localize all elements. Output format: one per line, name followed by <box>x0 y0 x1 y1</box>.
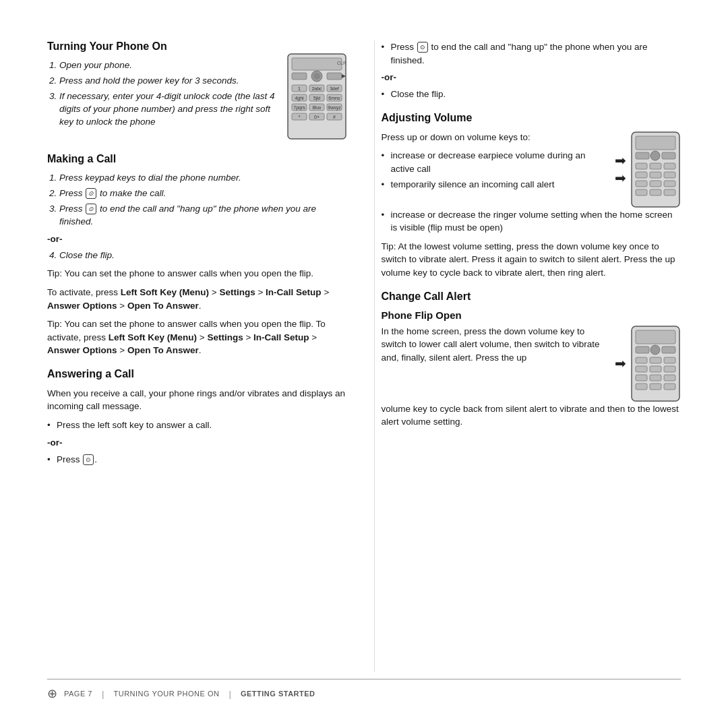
section-answering-call: Answering a Call When you receive a call… <box>47 368 347 466</box>
left-column: Turning Your Phone On Open your phone. P… <box>47 40 354 672</box>
svg-rect-44 <box>650 181 661 187</box>
section-adjusting-volume: Adjusting Volume Press up or down on vol… <box>382 112 681 280</box>
svg-point-35 <box>650 151 660 160</box>
heading-answering-call: Answering a Call <box>47 368 347 380</box>
activate-settings: Settings <box>219 287 255 297</box>
svg-rect-38 <box>650 163 661 169</box>
side-phone-wrap-2: ➡ <box>615 325 681 402</box>
svg-text:3def: 3def <box>330 86 339 91</box>
page: Turning Your Phone On Open your phone. P… <box>0 0 728 728</box>
right-column: Press ⊙ to end the call and "hang up" th… <box>374 40 681 672</box>
activate-answer: Answer Options <box>47 301 117 311</box>
svg-rect-62 <box>664 375 675 381</box>
side-phone-wrap-1: ➡ ➡ <box>615 131 681 208</box>
footer-section-bottom: GETTING STARTED <box>241 690 315 698</box>
svg-rect-56 <box>664 357 675 363</box>
section-turning-on: Turning Your Phone On Open your phone. P… <box>47 40 347 142</box>
svg-rect-48 <box>664 189 675 195</box>
section-change-call-alert: Change Call Alert Phone Flip Open In the… <box>382 291 681 429</box>
heading-turning-on: Turning Your Phone On <box>47 40 347 53</box>
step-2: Press and hold the power key for 3 secon… <box>59 75 280 88</box>
footer-sep-1: | <box>102 689 104 699</box>
svg-rect-65 <box>664 384 675 390</box>
section-making-call: Making a Call Press keypad keys to dial … <box>47 153 347 357</box>
svg-text:#: # <box>333 115 336 119</box>
right-making-bullets: Press ⊙ to end the call and "hang up" th… <box>382 40 681 67</box>
heading-change-call-alert: Change Call Alert <box>382 291 681 303</box>
making-step-1: Press keypad keys to dial the phone numb… <box>59 172 347 185</box>
adjust-bullet-2: temporarily silence an incoming call ale… <box>382 178 610 191</box>
svg-text:CLR: CLR <box>336 61 346 65</box>
or-label-3: -or- <box>382 72 681 82</box>
step-3: If necessary, enter your 4-digit unlock … <box>59 90 280 129</box>
adjusting-intro: Press up or down on volume keys to: <box>382 131 610 144</box>
send-icon: ⊙ <box>86 188 96 199</box>
svg-rect-60 <box>636 375 647 381</box>
adjusting-bullets2: increase or decrease the ringer volume s… <box>382 208 681 235</box>
making-call-steps: Press keypad keys to dial the phone numb… <box>59 172 347 229</box>
svg-text:*: * <box>298 115 300 119</box>
flip-phone-image: ➡ <box>615 325 681 402</box>
tip2-settings: Settings <box>207 332 243 342</box>
svg-rect-40 <box>636 172 647 178</box>
tip-1: Tip: You can set the phone to answer cal… <box>47 267 347 280</box>
svg-text:4ghi: 4ghi <box>295 96 304 101</box>
or-label-1: -or- <box>47 234 347 244</box>
volume-phone-image: ➡ ➡ <box>615 131 681 208</box>
heading-adjusting-volume: Adjusting Volume <box>382 112 681 124</box>
tip2-open: Open To Answer <box>127 345 199 355</box>
step-3-text: If necessary, enter your 4-digit unlock … <box>59 91 274 127</box>
svg-rect-36 <box>662 152 675 159</box>
svg-rect-59 <box>664 366 675 372</box>
tip-2: Tip: You can set the phone to answer cal… <box>47 317 347 357</box>
answering-bullets: Press the left soft key to answer a call… <box>47 419 347 432</box>
heading-making-call: Making a Call <box>47 153 347 165</box>
svg-rect-57 <box>636 366 647 372</box>
flip-open-text2: volume key to cycle back from silent ale… <box>382 402 681 429</box>
svg-rect-63 <box>636 384 647 390</box>
making-step-4: Close the flip. <box>59 249 347 262</box>
right-making-bullet-2: Close the flip. <box>382 88 681 101</box>
svg-rect-45 <box>664 181 675 187</box>
svg-rect-55 <box>650 357 661 363</box>
adjusting-bullets: increase or decrease earpiece volume dur… <box>382 149 610 191</box>
activate-text: To activate, press Left Soft Key (Menu) … <box>47 286 347 312</box>
footer-page: PAGE 7 <box>64 690 92 698</box>
svg-rect-46 <box>636 189 647 195</box>
adjust-bullet-3: increase or decrease the ringer volume s… <box>382 208 681 235</box>
answering-bullet-1: Press the left soft key to answer a call… <box>47 419 347 432</box>
making-step-2: Press ⊙ to make the call. <box>59 187 347 200</box>
making-step-3: Press ⊙ to end the call and "hang up" th… <box>59 203 347 229</box>
svg-rect-39 <box>664 163 675 169</box>
svg-rect-51 <box>636 346 649 353</box>
footer-page-label: PAGE <box>64 690 86 698</box>
adjust-bullet-1: increase or decrease earpiece volume dur… <box>382 149 610 175</box>
svg-text:0+: 0+ <box>314 115 320 119</box>
svg-rect-61 <box>650 375 661 381</box>
footer-section-top: TURNING YOUR PHONE ON <box>113 690 219 698</box>
svg-rect-53 <box>662 346 675 353</box>
svg-text:7pqrs: 7pqrs <box>293 105 305 111</box>
press-end-icon: ⊙ <box>417 42 428 53</box>
svg-rect-54 <box>636 357 647 363</box>
content-area: Turning Your Phone On Open your phone. P… <box>47 40 681 672</box>
arrow-right-2: ➡ <box>615 357 626 370</box>
tip2-incall: In-Call Setup <box>253 332 309 342</box>
svg-point-52 <box>650 345 660 355</box>
activate-incall: In-Call Setup <box>266 287 322 297</box>
footer-page-number: 7 <box>88 690 92 698</box>
section-making-call-cont: Press ⊙ to end the call and "hang up" th… <box>382 40 681 101</box>
tip2-lsk: Left Soft Key (Menu) <box>109 332 197 342</box>
end-icon: ⊙ <box>86 204 96 214</box>
svg-text:6mno: 6mno <box>328 96 340 100</box>
flip-open-text1: In the home screen, press the down volum… <box>382 325 610 365</box>
svg-rect-2 <box>292 73 307 80</box>
right-making-bullets2: Close the flip. <box>382 88 681 101</box>
or-label-2: -or- <box>47 437 347 448</box>
svg-text:1: 1 <box>298 86 301 91</box>
svg-rect-4 <box>327 73 342 80</box>
phone-keypad-image: 1 2abc 3def 4ghi 5jkl 6mno <box>286 53 347 142</box>
side-phone-svg-2 <box>630 325 681 402</box>
keypad-svg: 1 2abc 3def 4ghi 5jkl 6mno <box>286 53 347 140</box>
svg-rect-41 <box>650 172 661 178</box>
